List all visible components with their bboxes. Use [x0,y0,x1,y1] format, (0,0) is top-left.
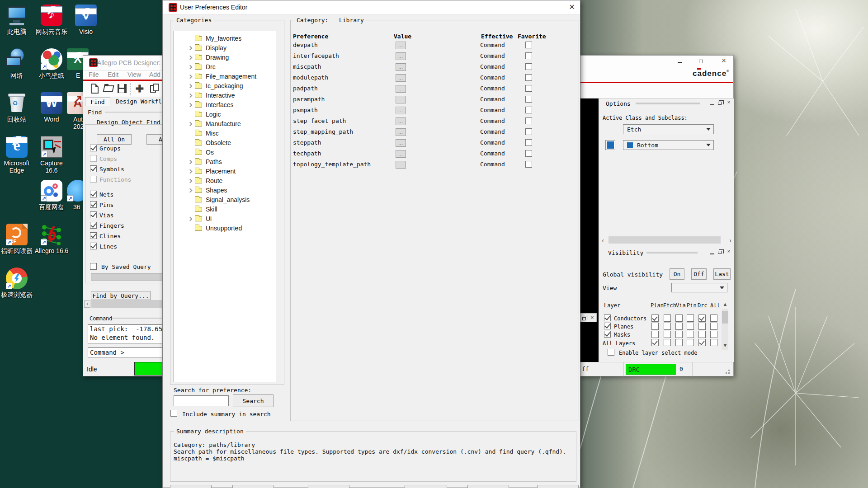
favorite-checkbox[interactable] [525,128,532,135]
vis-cell-etch[interactable] [664,339,671,346]
vis-cell-plan[interactable] [651,314,659,322]
value-browse-button[interactable]: ... [396,42,406,49]
options-close-icon[interactable]: × [726,99,732,105]
expand-chevron-icon[interactable] [188,179,193,183]
move-icon[interactable]: ✚ [134,83,146,95]
favorite-checkbox[interactable] [525,107,532,113]
find-by-query-button[interactable]: Find by Query... [91,291,151,300]
filter-checkbox-groups[interactable] [90,145,97,151]
desktop-icon-this-pc[interactable]: 此电脑 [0,5,36,35]
dialog-bottom-button[interactable] [405,485,447,488]
favorite-checkbox[interactable] [525,42,532,48]
visibility-minimize-icon[interactable] [709,249,716,255]
value-browse-button[interactable]: ... [396,74,406,82]
save-icon[interactable] [117,83,128,95]
value-browse-button[interactable]: ... [396,52,406,60]
all-on-button[interactable]: All On [97,134,132,145]
value-browse-button[interactable]: ... [396,139,406,147]
visibility-close-icon[interactable]: × [726,249,732,254]
favorite-checkbox[interactable] [525,74,532,81]
close-icon[interactable]: ✕ [566,3,577,11]
category-tree[interactable]: My_favorites Display Drawing Drc File_ma… [174,31,276,382]
search-button[interactable]: Search [233,394,274,407]
value-browse-button[interactable]: ... [396,96,406,103]
vis-cell-pin[interactable] [687,339,694,346]
filter-checkbox-comps[interactable] [90,155,97,162]
subclass-dropdown[interactable]: Bottom [623,140,714,150]
favorite-checkbox[interactable] [525,150,532,157]
desktop-icon-capture[interactable]: ↗ Capture 16.6 [33,136,71,174]
enable-layer-select-checkbox[interactable] [608,349,614,356]
menu-edit[interactable]: Edit [108,71,118,78]
filter-checkbox-pins[interactable] [90,201,97,208]
layer-scroll-up[interactable]: ▲ [722,301,729,308]
filter-checkbox-symbols[interactable] [90,165,97,172]
vis-cell-etch[interactable] [664,314,671,322]
dialog-bottom-button[interactable] [170,485,212,488]
value-browse-button[interactable]: ... [396,63,406,71]
value-browse-button[interactable]: ... [396,117,406,125]
desktop-icon-allegro[interactable]: ↗ Allegro 16.6 [33,224,71,254]
by-saved-query-checkbox[interactable] [90,263,97,270]
vis-cell-plan[interactable] [651,323,659,330]
vis-cell-via[interactable] [675,314,683,322]
filter-checkbox-functions[interactable] [90,176,97,183]
dialog-bottom-button[interactable] [232,485,274,488]
options-float-icon[interactable] [717,100,724,106]
expand-chevron-icon[interactable] [188,160,193,164]
favorite-checkbox[interactable] [525,85,532,92]
vis-cell-plan[interactable] [651,339,659,346]
vis-cell-drc[interactable] [698,331,706,338]
expand-chevron-icon[interactable] [188,84,193,89]
hscroll-left-button[interactable]: ‹ [84,300,90,308]
visibility-drag-handle[interactable] [646,252,698,253]
layer-row-checkbox[interactable] [604,331,611,338]
menu-file[interactable]: File [89,71,99,78]
panel-scroll-track[interactable] [609,236,721,244]
value-browse-button[interactable]: ... [396,161,406,169]
tab-find[interactable]: Find [85,97,110,106]
include-summary-checkbox[interactable] [170,410,177,417]
expand-chevron-icon[interactable] [188,46,193,51]
cadence-titlebar[interactable]: × cacadencedence® [579,56,733,82]
value-browse-button[interactable]: ... [396,150,406,158]
vis-cell-etch[interactable] [664,323,671,330]
desktop-icon-baidu-netdisk[interactable]: ↗ 百度网盘 [33,180,71,211]
panel-scroll-left[interactable]: ‹ [599,237,606,244]
subclass-color-swatch[interactable] [605,140,615,150]
desktop-icon-recycle-bin[interactable]: ♻ 回收站 [0,92,36,123]
desktop-icon-netease-music[interactable]: ♪↗ 网易云音乐 [33,5,71,35]
layer-row-checkbox[interactable] [604,323,611,329]
favorite-checkbox[interactable] [525,63,532,70]
filter-checkbox-nets[interactable] [90,191,97,197]
desktop-icon-speed-browser[interactable]: ↗ 极速浏览器 [0,267,36,298]
expand-chevron-icon[interactable] [188,188,193,193]
vis-cell-all[interactable] [710,331,717,338]
maximize-icon[interactable] [694,56,708,66]
vis-cell-all[interactable] [710,314,717,322]
options-drag-handle[interactable] [636,103,700,104]
desktop-icon-word[interactable]: W↗ Word [33,92,71,123]
restore-icon[interactable] [582,317,586,320]
vis-cell-via[interactable] [675,331,683,338]
class-dropdown[interactable]: Etch [623,124,714,134]
favorite-checkbox[interactable] [525,161,532,168]
value-browse-button[interactable]: ... [396,107,406,114]
value-browse-button[interactable]: ... [396,128,406,136]
search-input[interactable] [174,395,229,406]
expand-chevron-icon[interactable] [188,94,193,98]
dialog-bottom-button[interactable] [467,485,509,488]
favorite-checkbox[interactable] [525,117,532,124]
global-on-button[interactable]: On [670,268,684,280]
layer-scroll-thumb[interactable] [722,311,728,324]
tab-design-workflow[interactable]: Design Workflo [111,97,170,106]
vis-cell-pin[interactable] [687,314,694,322]
expand-chevron-icon[interactable] [188,217,193,221]
vis-cell-via[interactable] [675,339,683,346]
dialog-titlebar[interactable]: User Preferences Editor ✕ [163,0,580,14]
dialog-bottom-button[interactable] [537,485,579,488]
global-last-button[interactable]: Last [713,268,731,280]
vis-cell-etch[interactable] [664,331,671,338]
vis-cell-drc[interactable] [698,339,706,346]
close-icon[interactable]: × [717,56,731,66]
